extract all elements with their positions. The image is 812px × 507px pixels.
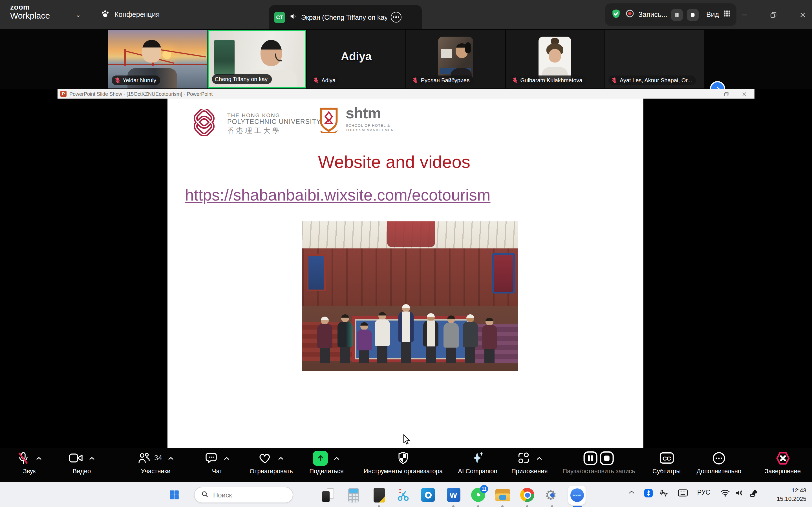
tab-more-icon[interactable]	[391, 12, 402, 22]
snipping-tool-taskbar-icon[interactable]	[395, 486, 412, 504]
microphone-tray-icon[interactable]	[659, 489, 668, 498]
powerpoint-app-icon: P	[60, 91, 66, 97]
polyu-knot-icon	[189, 109, 220, 136]
start-button[interactable]	[165, 486, 183, 504]
chevron-up-icon[interactable]	[89, 455, 95, 460]
person-silhouette	[372, 312, 393, 363]
keyboard-icon[interactable]	[678, 489, 688, 497]
participant-name: Руслан Байбуриев	[421, 77, 470, 83]
bluetooth-icon[interactable]	[644, 489, 653, 497]
participant-tile[interactable]: Ayat Les, Aknur Shapai, Or...	[605, 30, 704, 89]
chevron-up-icon[interactable]	[334, 455, 340, 460]
slide-hyperlink[interactable]: https://shabanbaibi.wixsite.com/ecotouri…	[185, 186, 491, 205]
participant-name: Gulbaram Kulakhmetova	[520, 77, 582, 83]
captions-button[interactable]: CCСубтитры	[652, 448, 680, 474]
notes-taskbar-icon[interactable]	[370, 486, 388, 504]
end-button[interactable]: Завершение	[765, 448, 801, 474]
apps-button[interactable]: Приложения	[511, 448, 548, 474]
volume-icon[interactable]	[735, 489, 744, 497]
participant-tile[interactable]: AdiyaAdiya	[307, 30, 406, 89]
recording-indicator-icon	[625, 9, 635, 20]
recording-label: Пауза/остановить запись	[562, 467, 635, 474]
participant-display-name: Adiya	[307, 50, 406, 63]
file-explorer-taskbar-icon[interactable]	[494, 486, 511, 504]
participant-name-chip: Gulbaram Kulakhmetova	[509, 75, 586, 85]
whatsapp-taskbar-icon[interactable]: 11	[469, 486, 487, 504]
participant-name-chip: Ayat Les, Aknur Shapai, Or...	[608, 75, 696, 85]
participant-photo-thumbnail	[539, 37, 571, 80]
ppt-restore-icon[interactable]	[718, 89, 734, 99]
participant-tile[interactable]: Gulbaram Kulakhmetova	[506, 30, 605, 89]
minimize-window-icon[interactable]	[737, 8, 752, 21]
wifi-icon[interactable]	[720, 489, 730, 497]
settings-taskbar-icon[interactable]: ⚙	[543, 486, 561, 504]
mic-muted-icon	[17, 451, 30, 465]
chevron-up-icon[interactable]	[278, 455, 284, 460]
tab-shared-screen[interactable]: CT Экран (Cheng Tiffany on kay	[269, 5, 422, 29]
word-taskbar-icon[interactable]: W	[445, 486, 462, 504]
logo-line2: Workplace	[10, 11, 50, 21]
pause-stop-icon	[583, 450, 615, 466]
calculator-taskbar-icon[interactable]	[345, 486, 362, 504]
search-icon	[201, 490, 209, 500]
participant-name-chip: Руслан Байбуриев	[410, 75, 474, 85]
view-button-label[interactable]: Вид	[706, 11, 719, 18]
stop-recording-button[interactable]	[687, 9, 699, 20]
participant-tile[interactable]: Yeldar Nuruly	[108, 30, 207, 89]
zoom-workplace-logo: zoom Workplace	[10, 3, 50, 21]
participants-button[interactable]: 34Участники	[137, 448, 174, 474]
recording-button[interactable]: Пауза/остановить запись	[562, 448, 635, 474]
person-silhouette	[335, 314, 355, 363]
zoom-taskbar-icon[interactable]: zoom	[568, 486, 586, 504]
view-grid-icon[interactable]	[723, 10, 731, 20]
video-label: Видео	[68, 467, 95, 474]
chevron-up-icon[interactable]	[36, 455, 42, 460]
taskbar-search[interactable]	[194, 487, 293, 503]
chat-button[interactable]: Чат	[204, 448, 230, 474]
task-view-taskbar-icon[interactable]	[319, 486, 337, 504]
video-button[interactable]: Видео	[68, 448, 95, 474]
search-input[interactable]	[213, 491, 275, 499]
chevron-up-icon[interactable]	[536, 455, 542, 460]
person-silhouette	[421, 313, 441, 363]
meeting-status-pill: Запись... Вид	[605, 3, 737, 26]
zoom-titlebar: zoom Workplace ⌄ Конференция CT Экран (C…	[0, 0, 812, 29]
share-button[interactable]: Поделиться	[309, 448, 344, 474]
outlook-taskbar-icon[interactable]	[419, 486, 437, 504]
end-call-icon	[775, 451, 790, 465]
tab-conference[interactable]: Конференция	[100, 0, 160, 29]
audio-button[interactable]: Звук	[17, 448, 42, 474]
restore-window-icon[interactable]	[766, 8, 780, 21]
host-tools-label: Инструменты организатора	[364, 467, 443, 474]
camera-icon	[68, 452, 83, 464]
shtm-line1: SCHOOL OF HOTEL &	[346, 124, 396, 128]
participant-name-chip: Yeldar Nuruly	[111, 75, 160, 85]
taskbar-clock[interactable]: 12:43 15.10.2025	[777, 486, 806, 503]
shield-icon	[397, 451, 409, 465]
person-silhouette	[354, 322, 374, 363]
host-tools-button[interactable]: Инструменты организатора	[364, 448, 443, 474]
workspace-chevron-down-icon[interactable]: ⌄	[75, 11, 81, 18]
pause-recording-button[interactable]	[671, 9, 683, 20]
muted-mic-icon	[611, 77, 617, 83]
ppt-minimize-icon[interactable]	[699, 89, 715, 99]
ppt-close-icon[interactable]	[737, 89, 752, 99]
participant-tile[interactable]: Руслан Байбуриев	[406, 30, 505, 89]
reactions-button[interactable]: Отреагировать	[250, 448, 293, 474]
powerpoint-window: P PowerPoint Slide Show - [15OctKZNUEcot…	[57, 89, 755, 448]
powerpoint-titlebar[interactable]: P PowerPoint Slide Show - [15OctKZNUEcot…	[57, 89, 755, 99]
chevron-up-icon[interactable]	[223, 455, 230, 460]
chevron-up-icon[interactable]	[168, 455, 174, 460]
participant-tile[interactable]: Cheng Tiffany on kay	[207, 30, 306, 89]
chrome-taskbar-icon[interactable]	[518, 486, 536, 504]
close-window-icon[interactable]	[795, 8, 810, 21]
language-indicator[interactable]: РУС	[697, 489, 710, 496]
tab-conference-label: Конференция	[114, 11, 160, 18]
pen-battery-icon[interactable]	[749, 489, 758, 497]
tray-chevron-up-icon[interactable]	[628, 489, 635, 495]
participant-count: 34	[154, 454, 162, 462]
more-button[interactable]: Дополнительно	[697, 448, 741, 474]
ai-companion-button[interactable]: AI Companion	[458, 448, 497, 474]
security-shield-icon[interactable]	[611, 8, 621, 21]
chat-icon	[204, 451, 218, 465]
